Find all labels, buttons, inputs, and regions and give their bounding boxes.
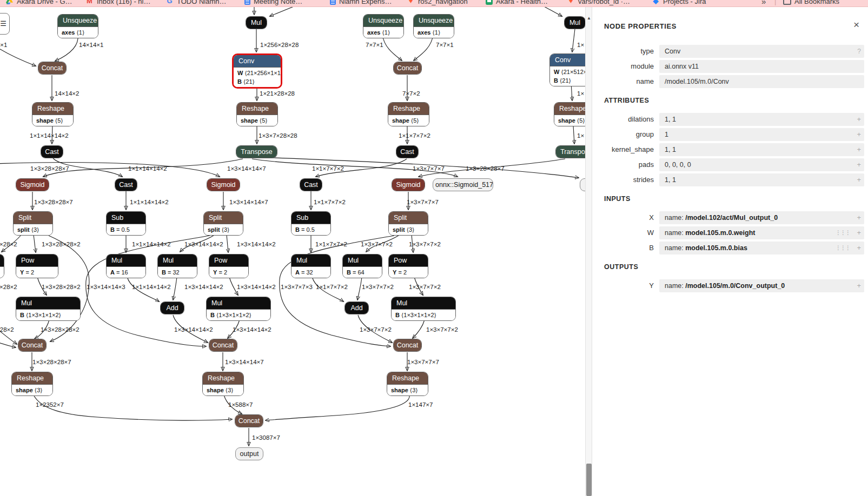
mul-a32[interactable]: MulA = 32	[291, 254, 331, 278]
split-3-attributes: split ⟨3⟩	[389, 224, 428, 235]
expand-plus-icon[interactable]: +	[857, 143, 861, 156]
reshape-right[interactable]: Reshapeshape ⟨5⟩	[554, 102, 585, 126]
property-value[interactable]: 0, 0, 0, 0	[659, 158, 864, 171]
sigmoid-1[interactable]: Sigmoid	[16, 178, 49, 191]
concat-grid-left[interactable]: Concat	[38, 62, 67, 75]
edge-label: 1×	[577, 90, 584, 97]
mul-bc-1[interactable]: MulB ⟨1×3×1×1×2⟩	[16, 297, 81, 321]
pow-1-header: Pow	[16, 254, 58, 266]
expand-plus-icon[interactable]: +	[857, 226, 861, 239]
expand-plus-icon[interactable]: +	[857, 113, 861, 126]
conv-right[interactable]: ConvW ⟨21×512×1×1⟩B ⟨21⟩	[549, 53, 585, 86]
property-value[interactable]: 1, 1	[659, 173, 864, 186]
concat-2[interactable]: Concat	[209, 339, 237, 352]
sub-c3[interactable]: SubB = 0.5	[291, 211, 331, 236]
reshape-1[interactable]: Reshapeshape ⟨3⟩	[11, 372, 53, 396]
unsqueeze-top-1[interactable]: Unsqueezeaxes ⟨1⟩	[57, 14, 98, 38]
reshape-grid-left[interactable]: Reshapeshape ⟨5⟩	[32, 102, 74, 126]
reshape-center[interactable]: Reshapeshape ⟨5⟩	[236, 102, 278, 126]
bookmark-item[interactable]: GTODO Niamh…	[165, 0, 227, 7]
tensor-data-icon[interactable]: ⋮⋮⋮	[836, 242, 850, 254]
expand-plus-icon[interactable]: +	[857, 128, 861, 141]
expand-plus-icon[interactable]: +	[857, 242, 861, 254]
graph-canvas[interactable]: ☰ Unsqueezeaxes ⟨1⟩MulUnsqueezeaxes ⟨1⟩U…	[0, 7, 585, 496]
bookmark-item[interactable]: Niamh Expens…	[330, 0, 392, 7]
expand-plus-icon[interactable]: +	[857, 173, 861, 186]
unsqueeze-top-1-header: Unsqueeze	[58, 15, 98, 26]
sub-c1[interactable]: SubB = 0.5	[106, 211, 146, 236]
bookmark-label: Akara Drive - G…	[17, 0, 72, 5]
sigmoid-3[interactable]: Sigmoid	[392, 178, 425, 191]
concat-3[interactable]: Concat	[393, 339, 422, 352]
pow-1[interactable]: PowY = 2	[16, 254, 58, 278]
property-value[interactable]: 1, 1	[659, 143, 864, 156]
bookmark-item[interactable]: Akara Drive - G…	[5, 0, 72, 7]
concat-1[interactable]: Concat	[18, 339, 47, 352]
property-value[interactable]: /model.105/m.0/Conv	[659, 75, 864, 88]
reshape-grid-right[interactable]: Reshapeshape ⟨5⟩	[388, 102, 429, 126]
add-1[interactable]: Add	[160, 301, 184, 314]
pow-3[interactable]: PowY = 2	[388, 254, 428, 278]
conv-selected[interactable]: ConvW ⟨21×256×1×1⟩B ⟨21⟩	[232, 53, 282, 89]
reshape-3[interactable]: Reshapeshape ⟨3⟩	[387, 372, 428, 396]
edge-label: 1×1×7×7×2	[315, 241, 347, 247]
mul-b64[interactable]: MulB = 64	[342, 254, 382, 278]
sigmoid-517-output[interactable]: onnx::Sigmoid_517	[433, 178, 493, 191]
reshape-2[interactable]: Reshapeshape ⟨3⟩	[202, 372, 244, 396]
expand-plus-icon[interactable]: +	[857, 158, 861, 171]
mul-top-center[interactable]: Mul	[246, 16, 267, 29]
split-2[interactable]: Splitsplit ⟨3⟩	[203, 211, 243, 236]
edge-label: 1×3×28×28×2	[0, 326, 14, 333]
property-value[interactable]: ai.onnx v11	[659, 60, 864, 73]
property-value[interactable]: name: /model.105/m.0/Conv_output_0	[659, 279, 864, 292]
mul-b32[interactable]: MulB = 32	[157, 254, 197, 278]
add-2[interactable]: Add	[344, 301, 369, 314]
mul-a16[interactable]: MulA = 16	[106, 254, 146, 278]
help-icon[interactable]: ?	[857, 45, 861, 58]
sigmoid-2[interactable]: Sigmoid	[207, 178, 240, 191]
pow-2[interactable]: PowY = 2	[209, 254, 249, 278]
vertical-scrollbar[interactable]: ▲	[585, 7, 592, 496]
scrollbar-thumb[interactable]	[586, 464, 592, 496]
menu-button[interactable]: ☰	[0, 13, 10, 35]
transpose-right[interactable]: Transpose	[555, 145, 585, 158]
all-bookmarks-button[interactable]: All Bookmarks	[783, 0, 839, 7]
close-icon[interactable]: ×	[853, 19, 859, 31]
concat-grid-right[interactable]: Concat	[393, 62, 422, 75]
edge	[34, 234, 36, 252]
cast-grid-right[interactable]: Cast	[396, 145, 419, 158]
split-1[interactable]: Splitsplit ⟨3⟩	[13, 211, 53, 236]
output-node[interactable]: output	[235, 447, 263, 460]
cut-node-left[interactable]	[0, 254, 4, 278]
cast-c3[interactable]: Cast	[300, 178, 322, 191]
property-value[interactable]: name: model.105.m.0.bias	[659, 242, 864, 254]
mul-bc-3[interactable]: MulB ⟨1×3×1×1×2⟩	[391, 297, 456, 321]
bookmarks-overflow-chevron-icon[interactable]: »	[761, 0, 766, 7]
property-value[interactable]: name: /model.102/act/Mul_output_0	[659, 211, 864, 224]
tensor-data-icon[interactable]: ⋮⋮⋮	[836, 226, 850, 239]
split-3[interactable]: Splitsplit ⟨3⟩	[388, 211, 428, 236]
bookmark-item[interactable]: ♥vars/robot_id ·…	[567, 0, 630, 7]
bookmark-item[interactable]: Akara - Health…	[486, 0, 548, 7]
bookmarks-divider: |	[774, 0, 776, 7]
bookmark-item[interactable]: ♥ros2_navigation	[407, 0, 468, 7]
cast-grid-left[interactable]: Cast	[41, 145, 63, 158]
property-value[interactable]: 1	[659, 128, 864, 141]
expand-plus-icon[interactable]: +	[857, 211, 861, 224]
property-value[interactable]: name: model.105.m.0.weight	[659, 226, 864, 239]
bookmark-item[interactable]: Meeting Note…	[244, 0, 302, 7]
concat-final[interactable]: Concat	[235, 414, 263, 427]
bookmark-item[interactable]: ◆Projects - Jira	[652, 0, 706, 7]
property-value[interactable]: Conv	[659, 45, 864, 58]
transpose-center[interactable]: Transpose	[236, 145, 277, 158]
unsqueeze-top-2[interactable]: Unsqueezeaxes ⟨1⟩	[363, 14, 404, 38]
mul-top-right[interactable]: Mul	[564, 16, 585, 29]
expand-plus-icon[interactable]: +	[857, 279, 861, 292]
cast-c1[interactable]: Cast	[115, 178, 137, 191]
cut-node-right[interactable]	[580, 178, 585, 191]
property-value[interactable]: 1, 1	[659, 113, 864, 126]
mul-bc-2[interactable]: MulB ⟨1×3×1×1×2⟩	[206, 297, 271, 321]
pow-2-header: Pow	[209, 254, 248, 266]
unsqueeze-top-3[interactable]: Unsqueezeaxes ⟨1⟩	[413, 14, 454, 38]
bookmark-item[interactable]: MInbox (116) - ni…	[85, 0, 150, 7]
